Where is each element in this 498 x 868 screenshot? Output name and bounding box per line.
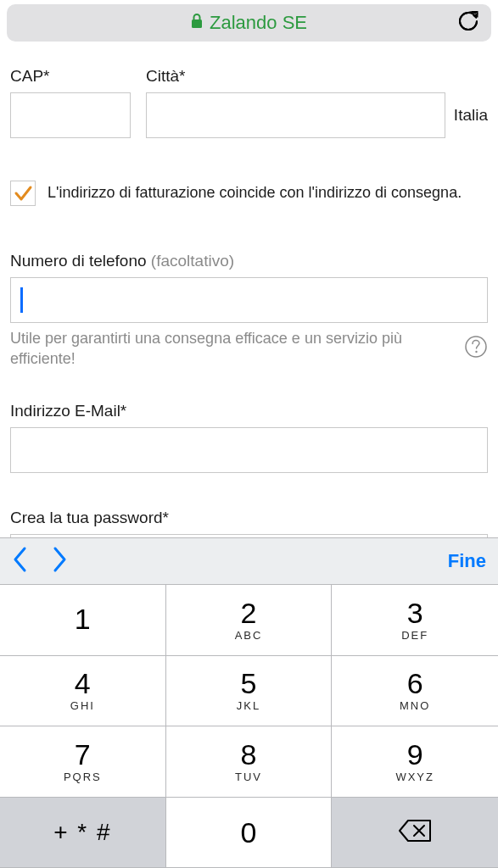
address-bar-center: Zalando SE	[191, 12, 307, 34]
key-letters: WXYZ	[395, 771, 434, 783]
key-letters: DEF	[401, 629, 428, 642]
key-letters: ABC	[235, 629, 263, 642]
key-6[interactable]: 6 MNO	[332, 656, 498, 727]
key-letters: JKL	[237, 699, 260, 712]
key-digit: 0	[241, 818, 257, 847]
checkbox-box[interactable]	[10, 181, 36, 206]
text-caret	[20, 287, 23, 313]
backspace-icon	[398, 819, 432, 846]
city-label: Città*	[146, 67, 445, 86]
phone-label-optional: (facoltativo)	[151, 252, 234, 270]
key-symbols-label: + * #	[53, 819, 111, 846]
key-2[interactable]: 2 ABC	[166, 585, 333, 656]
svg-point-4	[475, 351, 477, 353]
help-icon[interactable]	[464, 335, 488, 362]
key-letters: GHI	[70, 699, 95, 712]
field-cap: CAP*	[10, 67, 131, 138]
cap-label: CAP*	[10, 67, 131, 86]
keyboard-done-button[interactable]: Fine	[448, 550, 486, 572]
svg-point-3	[466, 337, 486, 357]
city-input[interactable]	[146, 92, 445, 138]
phone-help-text: Utile per garantirti una consegna effica…	[10, 328, 454, 370]
key-digit: 2	[241, 598, 257, 627]
field-city: Città*	[146, 67, 445, 138]
email-input[interactable]	[10, 427, 488, 473]
reload-icon[interactable]	[457, 9, 479, 36]
key-4[interactable]: 4 GHI	[0, 656, 166, 727]
key-3[interactable]: 3 DEF	[332, 585, 498, 656]
phone-label-main: Numero di telefono	[10, 252, 151, 270]
key-9[interactable]: 9 WXYZ	[332, 726, 498, 798]
phone-label: Numero di telefono (facoltativo)	[10, 252, 488, 270]
key-backspace[interactable]	[332, 798, 498, 869]
key-symbols[interactable]: + * #	[0, 798, 166, 869]
key-digit: 5	[241, 669, 257, 698]
checkmark-icon	[13, 183, 33, 203]
key-digit: 9	[407, 740, 423, 769]
key-digit: 8	[241, 740, 257, 769]
cap-input[interactable]	[10, 92, 131, 138]
key-0[interactable]: 0	[166, 798, 333, 869]
numeric-keypad: 1 2 ABC 3 DEF 4 GHI 5 JKL 6 MNO 7 PQRS 8…	[0, 585, 498, 868]
keyboard-accessory-bar: Fine	[0, 537, 498, 585]
next-field-icon[interactable]	[51, 545, 68, 577]
billing-checkbox-label: L'indirizzo di fatturazione coincide con…	[48, 183, 462, 203]
key-digit: 7	[75, 740, 91, 769]
key-digit: 3	[407, 598, 423, 627]
key-digit: 1	[75, 604, 91, 633]
svg-rect-0	[192, 19, 202, 28]
key-1[interactable]: 1	[0, 585, 166, 656]
browser-address-bar[interactable]: Zalando SE	[7, 4, 491, 42]
key-letters: TUV	[235, 771, 262, 783]
site-name: Zalando SE	[210, 12, 307, 34]
phone-input[interactable]	[10, 277, 488, 323]
email-label: Indirizzo E-Mail*	[10, 402, 488, 420]
lock-icon	[191, 14, 203, 32]
key-digit: 4	[75, 669, 91, 698]
key-digit: 6	[407, 669, 423, 698]
billing-checkbox-row[interactable]: L'indirizzo di fatturazione coincide con…	[10, 181, 488, 206]
key-letters: PQRS	[64, 771, 102, 783]
key-8[interactable]: 8 TUV	[166, 726, 333, 798]
password-label: Crea la tua password*	[10, 509, 488, 527]
key-5[interactable]: 5 JKL	[166, 656, 333, 727]
key-7[interactable]: 7 PQRS	[0, 726, 166, 798]
prev-field-icon[interactable]	[12, 545, 29, 577]
key-letters: MNO	[400, 699, 430, 712]
country-label: Italia	[454, 106, 488, 138]
